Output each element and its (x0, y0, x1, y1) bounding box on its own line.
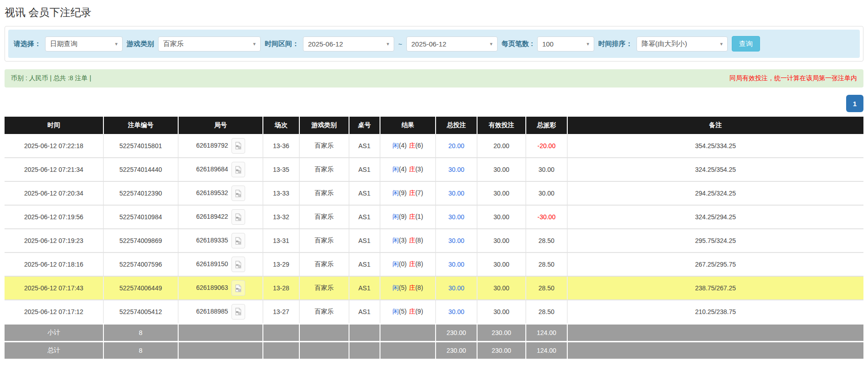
cell-bet-id: 522574006449 (103, 276, 178, 300)
summary-empty-cell (567, 324, 863, 341)
round-id-value: 626189792 (196, 141, 228, 149)
cell-remark: 324.25/294.25 (567, 205, 863, 229)
round-id-value: 626189335 (196, 237, 228, 244)
game-type-select[interactable]: 百家乐 ▾ (158, 36, 261, 52)
game-type-label: 游戏类别 (127, 40, 154, 48)
cell-total-bet: 30.00 (436, 181, 477, 205)
video-replay-button[interactable] (231, 186, 245, 201)
cell-table-no: AS1 (349, 181, 380, 205)
query-type-select[interactable]: 日期查询 ▾ (45, 36, 123, 52)
player-result-score: (3) (399, 237, 406, 244)
cell-table-no: AS1 (349, 134, 380, 158)
banker-result-score: (8) (415, 284, 423, 291)
cell-payout: 30.00 (526, 158, 567, 181)
date-to-select[interactable]: 2025-06-12 ▾ (406, 36, 498, 52)
cell-valid-bet: 30.00 (477, 205, 526, 229)
banker-result-label: 庄 (409, 308, 415, 315)
column-header: 注单编号 (103, 117, 178, 134)
page-root: 视讯 会员下注纪录 请选择： 日期查询 ▾ 游戏类别 百家乐 ▾ 时间区间： 2… (0, 5, 868, 359)
player-result-score: (5) (399, 308, 406, 315)
player-result-label: 闲 (392, 213, 399, 220)
cell-round-id: 626189532 (178, 181, 263, 205)
video-replay-icon (235, 165, 242, 174)
summary-row: 总计 8 230.00 230.00 124.00 (5, 341, 863, 359)
cell-payout: 30.00 (526, 181, 567, 205)
cell-result: 闲(4)庄(6) (380, 134, 436, 158)
cell-time: 2025-06-12 07:22:18 (5, 134, 103, 158)
table-header: 时间注单编号局号场次游戏类别桌号结果总投注有效投注总派彩备注 (5, 117, 863, 134)
cell-bet-id: 522574012390 (103, 181, 178, 205)
page-button-1[interactable]: 1 (846, 95, 863, 112)
cell-session: 13-36 (263, 134, 299, 158)
summary-empty-cell (349, 341, 380, 359)
summary-label: 小计 (5, 324, 103, 341)
cell-session: 13-35 (263, 158, 299, 181)
page-title: 视讯 会员下注纪录 (5, 5, 863, 20)
summary-empty-cell (178, 341, 263, 359)
table-row: 2025-06-12 07:20:34 522574012390 6261895… (5, 181, 863, 205)
cell-bet-id: 522574010984 (103, 205, 178, 229)
cell-remark: 294.25/324.25 (567, 181, 863, 205)
video-replay-button[interactable] (231, 162, 245, 177)
player-result-label: 闲 (392, 284, 399, 291)
cell-bet-id: 522574009869 (103, 229, 178, 253)
cell-table-no: AS1 (349, 229, 380, 253)
video-replay-icon (235, 284, 242, 293)
round-id-value: 626188985 (196, 307, 228, 314)
banker-result-label: 庄 (409, 260, 415, 268)
table-row: 2025-06-12 07:18:16 522574007596 6261891… (5, 253, 863, 276)
date-from-select[interactable]: 2025-06-12 ▾ (303, 36, 394, 52)
column-header: 游戏类别 (299, 117, 349, 134)
column-header: 时间 (5, 117, 103, 134)
time-sort-select[interactable]: 降幂(由大到小) ▾ (637, 36, 728, 52)
video-replay-button[interactable] (231, 257, 245, 272)
cell-round-id: 626189335 (178, 229, 263, 253)
player-result-score: (9) (399, 189, 406, 196)
cell-valid-bet: 30.00 (477, 181, 526, 205)
summary-count: 8 (103, 324, 178, 341)
filter-panel: 请选择： 日期查询 ▾ 游戏类别 百家乐 ▾ 时间区间： 2025-06-12 … (5, 26, 863, 62)
page-size-select[interactable]: 100 ▾ (537, 36, 594, 52)
table-footer: 小计 8 230.00 230.00 124.00 总计 8 230.00 23… (5, 324, 863, 359)
query-type-label: 请选择： (14, 40, 41, 48)
search-button[interactable]: 查询 (732, 36, 760, 52)
banker-result-score: (9) (415, 308, 423, 315)
banker-result-score: (8) (415, 237, 423, 244)
banker-result-label: 庄 (409, 165, 415, 173)
cell-valid-bet: 20.00 (477, 134, 526, 158)
video-replay-button[interactable] (231, 280, 245, 296)
cell-valid-bet: 30.00 (477, 158, 526, 181)
cell-time: 2025-06-12 07:20:34 (5, 181, 103, 205)
chevron-down-icon: ▾ (386, 41, 389, 47)
cell-time: 2025-06-12 07:19:56 (5, 205, 103, 229)
cell-session: 13-29 (263, 253, 299, 276)
date-range-separator: ~ (398, 40, 402, 48)
column-header: 备注 (567, 117, 863, 134)
chevron-down-icon: ▾ (586, 41, 589, 47)
cell-remark: 354.25/334.25 (567, 134, 863, 158)
video-replay-button[interactable] (231, 138, 245, 154)
table-row: 2025-06-12 07:17:43 522574006449 6261890… (5, 276, 863, 300)
round-id-value: 626189532 (196, 189, 228, 196)
video-replay-button[interactable] (231, 233, 245, 248)
player-result-label: 闲 (392, 142, 399, 149)
video-replay-icon (235, 307, 242, 316)
cell-round-id: 626189422 (178, 205, 263, 229)
cell-total-bet: 30.00 (436, 229, 477, 253)
cell-valid-bet: 30.00 (477, 276, 526, 300)
summary-payout: 124.00 (526, 341, 567, 359)
player-result-score: (4) (399, 165, 406, 173)
banker-result-label: 庄 (409, 213, 415, 220)
cell-game-type: 百家乐 (299, 181, 349, 205)
cell-result: 闲(9)庄(7) (380, 181, 436, 205)
video-replay-button[interactable] (231, 209, 245, 225)
cell-payout: 28.50 (526, 300, 567, 324)
cell-round-id: 626188985 (178, 300, 263, 324)
summary-empty-cell (178, 324, 263, 341)
currency-total-summary: 币别 : 人民币 | 总共 :8 注单 | (11, 74, 91, 82)
summary-empty-cell (349, 324, 380, 341)
cell-time: 2025-06-12 07:21:34 (5, 158, 103, 181)
cell-bet-id: 522574007596 (103, 253, 178, 276)
video-replay-button[interactable] (231, 304, 245, 320)
notice-text: 同局有效投注，统一计算在该局第一张注单内 (729, 74, 857, 82)
